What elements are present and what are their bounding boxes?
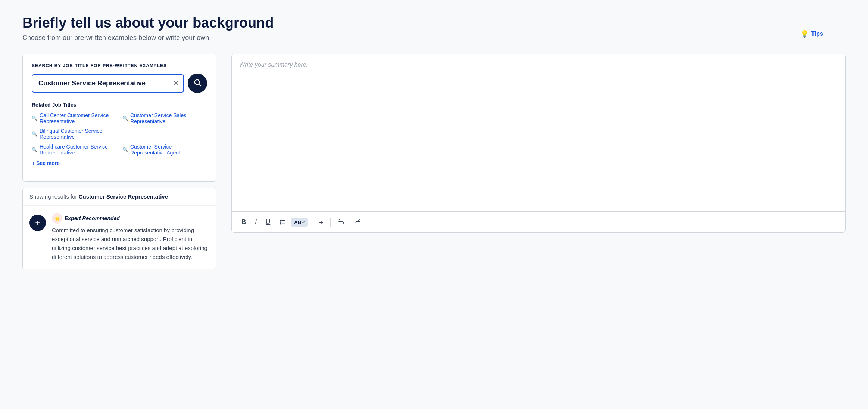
ab-button[interactable]: AB ✓ bbox=[291, 218, 308, 227]
related-link-agent[interactable]: 🔍 Customer Service Representative Agent bbox=[122, 144, 207, 156]
result-content: ⭐ Expert Recommended Committed to ensuri… bbox=[52, 213, 209, 262]
search-small-icon: 🔍 bbox=[32, 116, 37, 121]
editor-toolbar: B I U AB ✓ bbox=[232, 211, 845, 232]
results-header: Showing results for Customer Service Rep… bbox=[23, 188, 216, 205]
svg-point-6 bbox=[280, 222, 281, 222]
svg-point-7 bbox=[280, 223, 281, 224]
search-icon bbox=[193, 78, 202, 88]
svg-line-1 bbox=[199, 84, 201, 86]
undo-button[interactable] bbox=[334, 216, 349, 228]
related-link-label: Healthcare Customer Service Representati… bbox=[40, 144, 116, 156]
search-section-label: SEARCH BY JOB TITLE FOR PRE-WRITTEN EXAM… bbox=[32, 63, 207, 68]
editor-placeholder: Write your summary here. bbox=[239, 62, 308, 68]
page-header: Briefly tell us about your background Ch… bbox=[22, 15, 846, 42]
page-title: Briefly tell us about your background bbox=[22, 15, 846, 31]
tips-label: Tips bbox=[811, 31, 823, 37]
related-link-bilingual[interactable]: 🔍 Bilingual Customer Service Representat… bbox=[32, 128, 116, 140]
list-button[interactable] bbox=[275, 216, 290, 228]
toolbar-divider-1 bbox=[312, 218, 312, 227]
plus-icon: + bbox=[35, 218, 40, 228]
related-link-label: Customer Service Representative Agent bbox=[130, 144, 207, 156]
search-button[interactable] bbox=[188, 74, 207, 93]
redo-button[interactable] bbox=[350, 216, 364, 228]
search-small-icon: 🔍 bbox=[122, 147, 128, 152]
related-links-grid: 🔍 Call Center Customer Service Represent… bbox=[32, 112, 207, 140]
expert-label: Expert Recommended bbox=[65, 215, 120, 221]
results-container: Showing results for Customer Service Rep… bbox=[22, 188, 216, 269]
related-link-healthcare-2[interactable]: 🔍 Healthcare Customer Service Representa… bbox=[32, 144, 116, 156]
checkmark-icon: ✓ bbox=[302, 220, 305, 224]
left-panel: SEARCH BY JOB TITLE FOR PRE-WRITTEN EXAM… bbox=[22, 54, 216, 269]
related-link-label: Call Center Customer Service Representat… bbox=[40, 112, 116, 124]
related-link-sales[interactable]: 🔍 Customer Service Sales Representative bbox=[122, 112, 207, 124]
related-section: Related Job Titles 🔍 Call Center Custome… bbox=[32, 102, 207, 166]
main-content: SEARCH BY JOB TITLE FOR PRE-WRITTEN EXAM… bbox=[22, 54, 846, 269]
italic-button[interactable]: I bbox=[251, 216, 260, 228]
search-row: ✕ bbox=[32, 74, 207, 93]
related-link-label: Customer Service Sales Representative bbox=[130, 112, 207, 124]
ab-label: AB bbox=[294, 219, 301, 225]
search-small-icon: 🔍 bbox=[32, 131, 37, 137]
tips-link[interactable]: 💡 Tips bbox=[800, 30, 823, 38]
lightbulb-icon: 💡 bbox=[800, 30, 809, 38]
add-result-button[interactable]: + bbox=[29, 215, 46, 231]
related-link-label: Bilingual Customer Service Representativ… bbox=[40, 128, 116, 140]
expert-badge: ⭐ Expert Recommended bbox=[52, 213, 209, 224]
search-small-icon: 🔍 bbox=[32, 147, 37, 152]
clear-icon: ✕ bbox=[173, 79, 179, 87]
related-links-grid-2: 🔍 Healthcare Customer Service Representa… bbox=[32, 144, 207, 156]
strikethrough-button[interactable]: T bbox=[316, 217, 327, 228]
clear-button[interactable]: ✕ bbox=[169, 76, 183, 90]
expert-star-icon: ⭐ bbox=[52, 213, 62, 224]
page-subtitle: Choose from our pre-written examples bel… bbox=[22, 34, 846, 42]
bold-button[interactable]: B bbox=[238, 216, 250, 228]
editor-panel: Write your summary here. B I U bbox=[231, 54, 846, 233]
svg-point-5 bbox=[280, 220, 281, 221]
related-link-call-center[interactable]: 🔍 Call Center Customer Service Represent… bbox=[32, 112, 116, 124]
results-term: Customer Service Representative bbox=[79, 193, 168, 200]
strikethrough-icon: T bbox=[319, 219, 323, 225]
result-item: + ⭐ Expert Recommended Committed to ensu… bbox=[23, 205, 216, 269]
results-prefix: Showing results for bbox=[29, 193, 79, 200]
editor-area[interactable]: Write your summary here. bbox=[232, 54, 845, 211]
result-text: Committed to ensuring customer satisfact… bbox=[52, 226, 209, 262]
search-small-icon: 🔍 bbox=[122, 116, 128, 121]
search-input[interactable] bbox=[32, 75, 169, 92]
see-more-link[interactable]: + See more bbox=[32, 160, 60, 166]
search-input-wrapper: ✕ bbox=[32, 74, 184, 93]
search-section: SEARCH BY JOB TITLE FOR PRE-WRITTEN EXAM… bbox=[22, 54, 216, 182]
toolbar-divider-2 bbox=[330, 218, 331, 227]
related-titles-heading: Related Job Titles bbox=[32, 102, 207, 108]
underline-button[interactable]: U bbox=[262, 216, 274, 228]
